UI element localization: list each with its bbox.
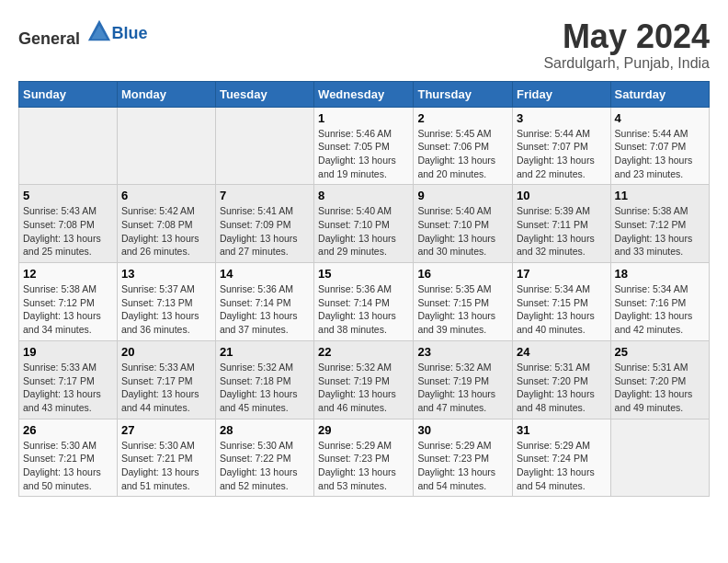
weekday-header: Tuesday [215,81,313,107]
main-title: May 2024 [543,18,710,55]
day-number: 6 [121,189,211,202]
calendar-cell: 29Sunrise: 5:29 AM Sunset: 7:23 PM Dayli… [314,419,414,497]
day-number: 19 [23,345,113,359]
day-info: Sunrise: 5:29 AM Sunset: 7:24 PM Dayligh… [517,439,607,493]
day-number: 25 [615,345,705,359]
logo-blue: Blue [112,24,148,43]
calendar-cell: 1Sunrise: 5:46 AM Sunset: 7:05 PM Daylig… [314,107,414,185]
calendar-cell: 26Sunrise: 5:30 AM Sunset: 7:21 PM Dayli… [19,419,118,497]
day-info: Sunrise: 5:34 AM Sunset: 7:16 PM Dayligh… [615,282,705,337]
calendar-cell: 4Sunrise: 5:44 AM Sunset: 7:07 PM Daylig… [610,107,709,185]
day-info: Sunrise: 5:38 AM Sunset: 7:12 PM Dayligh… [23,282,113,337]
calendar-week-row: 5Sunrise: 5:43 AM Sunset: 7:08 PM Daylig… [19,185,710,263]
calendar-week-row: 26Sunrise: 5:30 AM Sunset: 7:21 PM Dayli… [19,419,710,497]
day-info: Sunrise: 5:30 AM Sunset: 7:21 PM Dayligh… [23,439,113,493]
day-number: 26 [23,423,113,437]
day-number: 4 [615,111,705,125]
day-number: 20 [121,345,211,359]
calendar-cell: 12Sunrise: 5:38 AM Sunset: 7:12 PM Dayli… [19,263,118,341]
calendar-cell: 24Sunrise: 5:31 AM Sunset: 7:20 PM Dayli… [513,340,611,419]
day-number: 16 [417,267,508,281]
day-info: Sunrise: 5:33 AM Sunset: 7:17 PM Dayligh… [23,361,113,415]
calendar-cell: 23Sunrise: 5:32 AM Sunset: 7:19 PM Dayli… [414,340,513,419]
calendar-cell: 15Sunrise: 5:36 AM Sunset: 7:14 PM Dayli… [314,263,414,341]
day-info: Sunrise: 5:46 AM Sunset: 7:05 PM Dayligh… [318,127,409,181]
calendar-cell: 7Sunrise: 5:41 AM Sunset: 7:09 PM Daylig… [215,185,313,263]
calendar-cell: 2Sunrise: 5:45 AM Sunset: 7:06 PM Daylig… [414,107,513,185]
day-number: 22 [318,345,409,359]
calendar-cell: 16Sunrise: 5:35 AM Sunset: 7:15 PM Dayli… [414,263,513,341]
day-info: Sunrise: 5:29 AM Sunset: 7:23 PM Dayligh… [318,439,409,493]
day-info: Sunrise: 5:41 AM Sunset: 7:09 PM Dayligh… [220,204,310,259]
calendar-cell: 6Sunrise: 5:42 AM Sunset: 7:08 PM Daylig… [117,185,215,263]
calendar-cell: 17Sunrise: 5:34 AM Sunset: 7:15 PM Dayli… [513,263,611,341]
day-number: 15 [318,267,409,281]
calendar-week-row: 12Sunrise: 5:38 AM Sunset: 7:12 PM Dayli… [19,263,710,341]
day-number: 12 [23,267,113,281]
day-info: Sunrise: 5:29 AM Sunset: 7:23 PM Dayligh… [417,439,508,493]
calendar-cell: 8Sunrise: 5:40 AM Sunset: 7:10 PM Daylig… [314,185,414,263]
calendar-cell: 19Sunrise: 5:33 AM Sunset: 7:17 PM Dayli… [19,340,118,419]
calendar-cell: 30Sunrise: 5:29 AM Sunset: 7:23 PM Dayli… [414,419,513,497]
day-info: Sunrise: 5:43 AM Sunset: 7:08 PM Dayligh… [23,204,113,259]
day-info: Sunrise: 5:34 AM Sunset: 7:15 PM Dayligh… [517,282,607,337]
calendar-cell [215,107,313,185]
day-info: Sunrise: 5:44 AM Sunset: 7:07 PM Dayligh… [517,127,607,181]
calendar-week-row: 19Sunrise: 5:33 AM Sunset: 7:17 PM Dayli… [19,340,710,419]
weekday-header-row: SundayMondayTuesdayWednesdayThursdayFrid… [19,81,710,107]
calendar-cell: 31Sunrise: 5:29 AM Sunset: 7:24 PM Dayli… [513,419,611,497]
day-info: Sunrise: 5:35 AM Sunset: 7:15 PM Dayligh… [417,282,508,337]
day-info: Sunrise: 5:31 AM Sunset: 7:20 PM Dayligh… [517,361,607,415]
day-info: Sunrise: 5:37 AM Sunset: 7:13 PM Dayligh… [121,282,211,337]
subtitle: Sardulgarh, Punjab, India [543,55,710,72]
day-info: Sunrise: 5:32 AM Sunset: 7:18 PM Dayligh… [220,361,310,415]
calendar-cell: 5Sunrise: 5:43 AM Sunset: 7:08 PM Daylig… [19,185,118,263]
day-info: Sunrise: 5:32 AM Sunset: 7:19 PM Dayligh… [318,361,409,415]
day-number: 9 [417,189,508,202]
day-number: 28 [220,423,310,437]
day-number: 17 [517,267,607,281]
calendar-cell: 27Sunrise: 5:30 AM Sunset: 7:21 PM Dayli… [117,419,215,497]
day-info: Sunrise: 5:45 AM Sunset: 7:06 PM Dayligh… [417,127,508,181]
logo: General Blue [18,18,148,49]
weekday-header: Monday [117,81,215,107]
calendar-cell: 11Sunrise: 5:38 AM Sunset: 7:12 PM Dayli… [610,185,709,263]
day-info: Sunrise: 5:38 AM Sunset: 7:12 PM Dayligh… [615,204,705,259]
day-info: Sunrise: 5:36 AM Sunset: 7:14 PM Dayligh… [220,282,310,337]
day-number: 3 [517,111,607,125]
day-number: 23 [417,345,508,359]
day-info: Sunrise: 5:33 AM Sunset: 7:17 PM Dayligh… [121,361,211,415]
day-number: 1 [318,111,409,125]
header: General Blue May 2024 Sardulgarh, Punjab… [18,18,710,72]
day-number: 5 [23,189,113,202]
calendar-cell: 20Sunrise: 5:33 AM Sunset: 7:17 PM Dayli… [117,340,215,419]
calendar-cell: 25Sunrise: 5:31 AM Sunset: 7:20 PM Dayli… [610,340,709,419]
day-info: Sunrise: 5:30 AM Sunset: 7:22 PM Dayligh… [220,439,310,493]
calendar-cell: 9Sunrise: 5:40 AM Sunset: 7:10 PM Daylig… [414,185,513,263]
day-info: Sunrise: 5:44 AM Sunset: 7:07 PM Dayligh… [615,127,705,181]
day-number: 2 [417,111,508,125]
logo-general: General [18,29,80,48]
day-number: 21 [220,345,310,359]
day-number: 27 [121,423,211,437]
day-number: 8 [318,189,409,202]
day-number: 29 [318,423,409,437]
day-info: Sunrise: 5:31 AM Sunset: 7:20 PM Dayligh… [615,361,705,415]
calendar-cell: 28Sunrise: 5:30 AM Sunset: 7:22 PM Dayli… [215,419,313,497]
weekday-header: Wednesday [314,81,414,107]
calendar-cell: 14Sunrise: 5:36 AM Sunset: 7:14 PM Dayli… [215,263,313,341]
calendar-cell [610,419,709,497]
weekday-header: Saturday [610,81,709,107]
day-number: 18 [615,267,705,281]
calendar-cell: 13Sunrise: 5:37 AM Sunset: 7:13 PM Dayli… [117,263,215,341]
logo-icon [86,18,112,44]
calendar-cell: 10Sunrise: 5:39 AM Sunset: 7:11 PM Dayli… [513,185,611,263]
day-info: Sunrise: 5:40 AM Sunset: 7:10 PM Dayligh… [318,204,409,259]
calendar-cell: 18Sunrise: 5:34 AM Sunset: 7:16 PM Dayli… [610,263,709,341]
day-number: 30 [417,423,508,437]
weekday-header: Thursday [414,81,513,107]
day-info: Sunrise: 5:40 AM Sunset: 7:10 PM Dayligh… [417,204,508,259]
day-number: 13 [121,267,211,281]
calendar-cell [19,107,118,185]
day-info: Sunrise: 5:30 AM Sunset: 7:21 PM Dayligh… [121,439,211,493]
